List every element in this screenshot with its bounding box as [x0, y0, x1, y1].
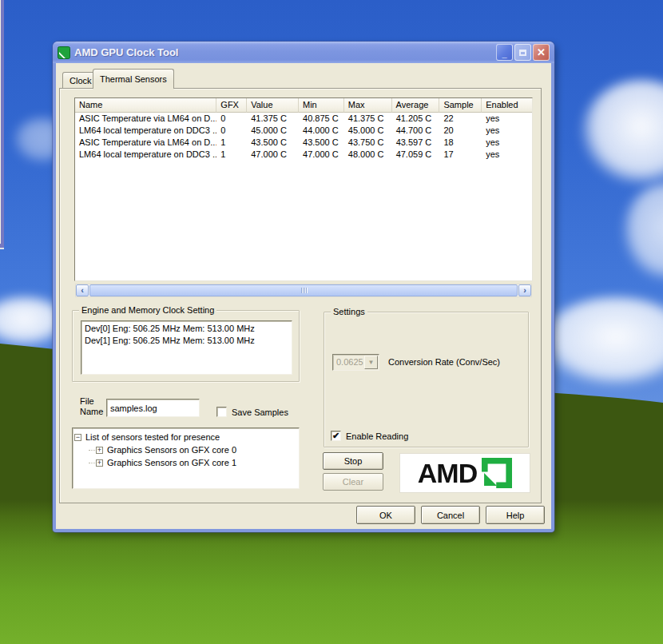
engine-memory-clock-group: Engine and Memory Clock Setting Dev[0] E…: [72, 310, 300, 382]
cell-gfx: 0: [216, 125, 247, 137]
sensor-table[interactable]: Name GFX Value Min Max Average Sample En…: [74, 97, 533, 281]
file-name-input[interactable]: [106, 399, 200, 417]
horizontal-scrollbar[interactable]: ‹ ›: [75, 284, 532, 297]
sensor-tree[interactable]: − List of sensors tested for presence + …: [72, 427, 300, 489]
cell-sample: 20: [439, 125, 482, 137]
close-icon: ✕: [537, 47, 546, 58]
cancel-button[interactable]: Cancel: [421, 506, 480, 524]
cell-max: 43.750 C: [344, 137, 392, 149]
scroll-right-button[interactable]: ›: [518, 284, 531, 296]
amd-arrow-icon: [482, 458, 512, 488]
maximize-icon: [519, 50, 526, 56]
titlebar[interactable]: AMD GPU Clock Tool _ ✕: [53, 42, 554, 63]
tree-child-item[interactable]: + Graphics Sensors on GFX core 0: [89, 443, 297, 456]
group-label: Settings: [331, 307, 367, 316]
amd-logo: AMD: [399, 453, 530, 493]
column-header-name[interactable]: Name: [75, 98, 216, 113]
tree-child-label: Graphics Sensors on GFX core 1: [107, 458, 236, 467]
file-name-label: File Name: [80, 396, 107, 417]
column-header-max[interactable]: Max: [344, 98, 392, 113]
dropdown-arrow-icon[interactable]: ▼: [364, 356, 378, 369]
cell-name: LM64 local temperature on DDC3 ...: [75, 125, 216, 137]
enable-reading-row: ✔ Enable Reading: [331, 431, 408, 441]
tab-clock-label: Clock: [69, 76, 92, 85]
desktop: AMD GPU Clock Tool _ ✕ Clock Thermal Sen…: [0, 0, 663, 644]
help-button[interactable]: Help: [486, 506, 545, 524]
cell-sample: 18: [439, 137, 482, 149]
tree-expand-icon[interactable]: +: [96, 447, 103, 454]
cell-min: 44.000 C: [299, 125, 344, 137]
save-samples-checkbox[interactable]: [216, 407, 227, 417]
thumb-grip-icon: [301, 288, 302, 293]
column-header-value[interactable]: Value: [247, 98, 299, 113]
tree-child-label: Graphics Sensors on GFX core 0: [107, 445, 236, 455]
column-header-gfx[interactable]: GFX: [216, 98, 247, 113]
file-name-label-line2: Name: [80, 407, 107, 417]
scroll-left-button[interactable]: ‹: [76, 284, 89, 296]
cell-gfx: 1: [216, 137, 247, 149]
cell-enabled: yes: [482, 149, 532, 161]
thumb-grip-icon: [304, 288, 305, 293]
stop-button[interactable]: Stop: [323, 452, 383, 470]
enable-reading-label: Enable Reading: [346, 431, 408, 441]
tree-root-item[interactable]: − List of sensors tested for presence: [74, 431, 297, 443]
column-header-enabled[interactable]: Enabled: [482, 98, 532, 113]
close-button[interactable]: ✕: [533, 44, 550, 61]
tab-thermal-sensors-label: Thermal Sensors: [100, 74, 167, 84]
scroll-left-icon: ‹: [81, 285, 84, 295]
ok-button[interactable]: OK: [356, 506, 415, 524]
cell-value: 41.375 C: [247, 113, 299, 125]
group-label: Engine and Memory Clock Setting: [79, 305, 216, 315]
thumb-grip-icon: [303, 288, 304, 293]
cell-value: 43.500 C: [247, 137, 299, 149]
cell-name: ASIC Temperature via LM64 on D...: [75, 113, 216, 125]
cell-max: 41.375 C: [344, 113, 392, 125]
settings-group: Settings 0.0625 ▼ Conversion Rate (Conv/…: [324, 312, 529, 447]
cell-sample: 17: [439, 149, 482, 161]
conversion-rate-label: Conversion Rate (Conv/Sec): [388, 357, 500, 367]
column-header-average[interactable]: Average: [392, 98, 440, 113]
cell-enabled: yes: [482, 137, 532, 149]
tree-child-item[interactable]: + Graphics Sensors on GFX core 1: [89, 456, 297, 469]
tree-collapse-icon[interactable]: −: [74, 434, 81, 441]
cell-min: 40.875 C: [299, 113, 344, 125]
conversion-rate-dropdown[interactable]: 0.0625 ▼: [332, 354, 379, 371]
tree-expand-icon[interactable]: +: [96, 459, 103, 467]
table-row[interactable]: LM64 local temperature on DDC3 ... 1 47.…: [75, 149, 532, 161]
maximize-button[interactable]: [514, 44, 531, 61]
cell-min: 47.000 C: [299, 149, 344, 161]
cell-average: 43.597 C: [392, 137, 440, 149]
column-header-sample[interactable]: Sample: [439, 98, 482, 113]
cell-min: 43.500 C: [299, 137, 344, 149]
cell-enabled: yes: [482, 125, 532, 137]
clock-line: Dev[1] Eng: 506.25 MHz Mem: 513.00 MHz: [85, 335, 288, 347]
cell-max: 48.000 C: [344, 149, 392, 161]
minimize-button[interactable]: _: [496, 44, 513, 61]
file-name-label-line1: File: [80, 396, 107, 407]
sensor-table-header: Name GFX Value Min Max Average Sample En…: [75, 98, 532, 113]
cell-sample: 22: [439, 113, 482, 125]
enable-reading-checkbox[interactable]: ✔: [331, 431, 341, 441]
cell-average: 44.700 C: [392, 125, 440, 137]
save-samples-label: Save Samples: [232, 407, 288, 417]
amd-logo-text: AMD: [418, 458, 477, 487]
scrollbar-thumb[interactable]: [89, 284, 518, 296]
clear-button[interactable]: Clear: [323, 473, 383, 491]
cell-max: 45.000 C: [344, 125, 392, 137]
background-window-edge: [0, 0, 4, 248]
cell-average: 41.205 C: [392, 113, 440, 125]
tree-connector: [89, 450, 95, 451]
thumb-grip-icon: [306, 288, 307, 293]
table-row[interactable]: LM64 local temperature on DDC3 ... 0 45.…: [75, 125, 532, 137]
cell-gfx: 0: [216, 113, 247, 125]
cell-name: ASIC Temperature via LM64 on D...: [75, 137, 216, 149]
tab-thermal-sensors[interactable]: Thermal Sensors: [93, 69, 174, 89]
table-row[interactable]: ASIC Temperature via LM64 on D... 0 41.3…: [75, 113, 532, 125]
table-row[interactable]: ASIC Temperature via LM64 on D... 1 43.5…: [75, 137, 532, 149]
conversion-rate-value: 0.0625: [333, 355, 363, 370]
cell-average: 47.059 C: [392, 149, 440, 161]
column-header-min[interactable]: Min: [299, 98, 344, 113]
tree-root-label: List of sensors tested for presence: [85, 432, 220, 442]
cell-gfx: 1: [216, 149, 247, 161]
clock-setting-listbox[interactable]: Dev[0] Eng: 506.25 MHz Mem: 513.00 MHz D…: [81, 320, 292, 375]
